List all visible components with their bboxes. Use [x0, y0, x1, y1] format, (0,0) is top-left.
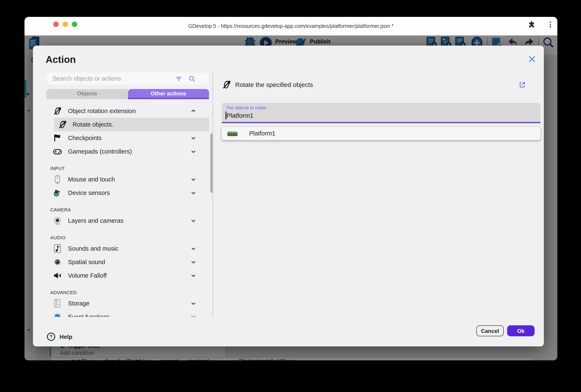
autocomplete-dropdown: Platform1	[222, 127, 540, 140]
list-item-label: Device sensors	[68, 189, 110, 196]
list-item-mouse-and-touch[interactable]: Mouse and touch	[46, 173, 209, 186]
chevron-down-icon[interactable]	[190, 189, 197, 196]
list-item-label: Sounds and music	[68, 245, 118, 252]
open-in-new-icon[interactable]	[518, 81, 526, 89]
screen: GDevelop 5 - https://resources.gdevelop-…	[0, 0, 581, 392]
field-label: The objects to rotate	[226, 105, 266, 110]
list-item-layers-and-cameras[interactable]: Layers and cameras	[46, 214, 209, 227]
svg-text:?: ?	[50, 334, 52, 339]
flag-icon	[53, 133, 62, 143]
chevron-up-icon[interactable]	[190, 108, 197, 114]
chevron-down-icon[interactable]	[190, 314, 197, 317]
list-item-object-rotation-extension[interactable]: Object rotation extension	[46, 104, 209, 118]
window-title: GDevelop 5 - https://resources.gdevelop-…	[24, 17, 557, 35]
action-dialog: Action Search objects or actions Objects…	[33, 45, 544, 347]
objects-to-rotate-field[interactable]: The objects to rotate Platform1	[222, 103, 540, 123]
list-item-storage[interactable]: Storage	[46, 297, 209, 310]
detail-header: Rotate the specified objects	[222, 79, 313, 89]
music-icon	[53, 244, 62, 253]
list-item-label: Rotate objects.	[72, 121, 113, 128]
list-item-device-sensors[interactable]: Device sensors	[46, 186, 209, 200]
chevron-down-icon[interactable]	[190, 217, 197, 224]
filter-icon[interactable]	[175, 75, 182, 82]
mouse-icon	[53, 175, 62, 184]
chevron-down-icon[interactable]	[190, 176, 197, 183]
svg-text:G: G	[56, 316, 58, 317]
text-cursor	[226, 111, 226, 119]
volume-icon	[53, 271, 62, 280]
webcam-icon	[53, 216, 62, 225]
detail-title: Rotate the specified objects	[235, 81, 313, 88]
list-scroll-track	[212, 72, 213, 317]
function-icon: G	[53, 312, 62, 317]
list-item-label: Spatial sound	[68, 259, 105, 265]
dialog-title: Action	[46, 54, 76, 65]
tab-other-actions[interactable]: Other actions	[128, 89, 209, 99]
list-item-checkpoints[interactable]: Checkpoints	[46, 131, 209, 145]
chevron-down-icon[interactable]	[190, 148, 197, 155]
search-icon[interactable]	[188, 75, 196, 82]
autocomplete-item[interactable]: Platform1	[249, 130, 275, 137]
help-icon: ?	[46, 332, 56, 341]
chevron-down-icon[interactable]	[190, 135, 197, 141]
rotate-icon	[222, 79, 232, 89]
chevron-down-icon[interactable]	[190, 300, 197, 307]
chevron-down-icon[interactable]	[190, 272, 197, 279]
list-section-header: ADVANCED	[46, 282, 209, 297]
list-section-header: AUDIO	[46, 227, 209, 242]
storage-icon	[53, 299, 62, 308]
help-button[interactable]: ? Help	[46, 332, 72, 341]
list-item-label: Volume Falloff	[68, 272, 106, 279]
list-item-rotate-objects[interactable]: Rotate objects.	[46, 118, 209, 131]
help-label: Help	[60, 333, 72, 340]
chevron-down-icon[interactable]	[190, 245, 197, 252]
list-item-event-functions[interactable]: GEvent functions	[46, 310, 209, 317]
list-scrollbar[interactable]	[210, 133, 213, 193]
action-tabs: Objects Other actions	[46, 89, 209, 99]
extensions-icon[interactable]	[528, 21, 536, 28]
list-item-label: Checkpoints	[68, 135, 102, 141]
list-item-sounds-and-music[interactable]: Sounds and music	[46, 242, 209, 255]
list-item-label: Mouse and touch	[68, 176, 115, 183]
action-list: Object rotation extensionRotate objects.…	[46, 104, 209, 317]
ok-button[interactable]: Ok	[507, 325, 534, 336]
sensors-icon	[53, 188, 62, 197]
browser-window: GDevelop 5 - https://resources.gdevelop-…	[24, 17, 557, 360]
cancel-button[interactable]: Cancel	[476, 325, 504, 336]
tab-objects[interactable]: Objects	[46, 89, 128, 99]
gamepad-icon	[53, 147, 62, 156]
search-placeholder: Search objects or actions	[52, 75, 121, 82]
list-item-label: Event functions	[68, 314, 110, 317]
list-item-gamepads-controllers[interactable]: Gamepads (controllers)	[46, 145, 209, 158]
speaker-icon	[53, 257, 62, 267]
list-item-label: Gamepads (controllers)	[68, 148, 132, 155]
list-item-volume-falloff[interactable]: Volume Falloff	[46, 269, 209, 282]
platform-thumbnail-icon	[227, 131, 238, 136]
list-section-header: CAMERA	[46, 200, 209, 214]
list-section-header: INPUT	[46, 158, 209, 173]
list-item-label: Object rotation extension	[68, 108, 136, 114]
chevron-down-icon[interactable]	[190, 259, 197, 265]
rotate-icon	[58, 120, 67, 129]
list-item-label: Layers and cameras	[68, 217, 124, 224]
rotate-icon	[53, 106, 62, 116]
field-value: Platform1	[226, 112, 253, 119]
search-input[interactable]: Search objects or actions	[46, 72, 209, 85]
browser-menu-icon[interactable]	[546, 21, 554, 28]
title-bar: GDevelop 5 - https://resources.gdevelop-…	[24, 17, 557, 35]
list-item-label: Storage	[68, 300, 90, 307]
close-icon[interactable]	[528, 55, 536, 63]
list-item-spatial-sound[interactable]: Spatial sound	[46, 255, 209, 269]
